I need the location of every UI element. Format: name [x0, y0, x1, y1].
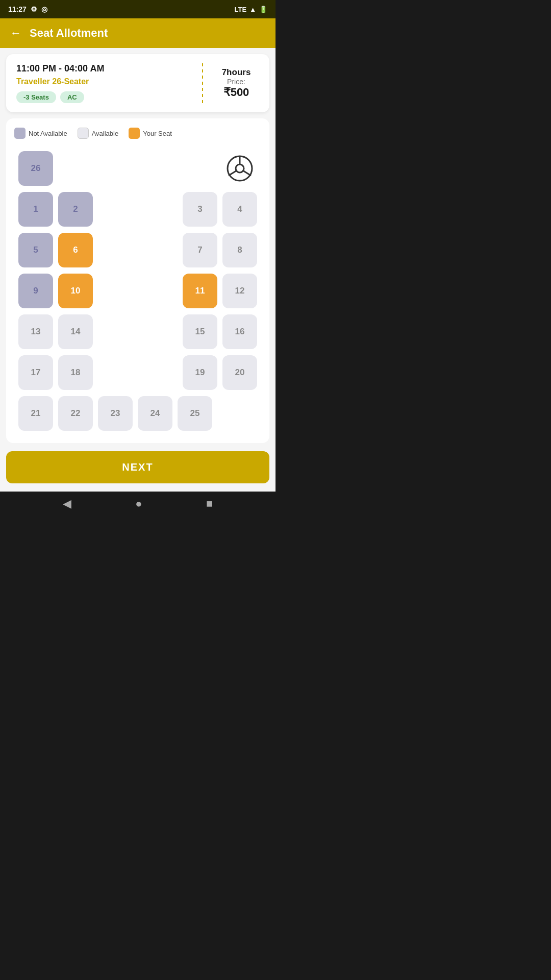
seat-7[interactable]: 7	[183, 233, 217, 267]
target-icon: ◎	[41, 5, 47, 13]
seat-19[interactable]: 19	[183, 355, 217, 390]
status-right: LTE ▲ 🔋	[235, 6, 267, 13]
seat-12[interactable]: 12	[222, 274, 257, 308]
seat-8[interactable]: 8	[222, 233, 257, 267]
price-label: Price:	[227, 78, 245, 86]
seat-24[interactable]: 24	[138, 396, 172, 431]
seat-10[interactable]: 10	[58, 274, 93, 308]
tag-seats: -3 Seats	[16, 91, 56, 103]
seat-14[interactable]: 14	[58, 314, 93, 349]
seat-21[interactable]: 21	[18, 396, 53, 431]
trip-info-left: 11:00 PM - 04:00 AM Traveller 26-Seater …	[16, 63, 192, 103]
bus-layout: 26 1 2 3 4	[14, 151, 261, 431]
trip-vehicle: Traveller 26-Seater	[16, 77, 192, 86]
trip-tags: -3 Seats AC	[16, 91, 192, 103]
legend: Not Available Available Your Seat	[14, 128, 261, 139]
trip-card: 11:00 PM - 04:00 AM Traveller 26-Seater …	[6, 54, 269, 112]
page-title: Seat Allotment	[30, 27, 108, 40]
settings-icon: ⚙	[31, 5, 37, 13]
trip-duration: 7hours	[222, 67, 251, 78]
bottom-nav: ◀ ● ■	[0, 492, 276, 516]
legend-your-seat-label: Your Seat	[143, 130, 172, 137]
seat-4[interactable]: 4	[222, 192, 257, 227]
seat-6[interactable]: 6	[58, 233, 93, 267]
seat-15[interactable]: 15	[183, 314, 217, 349]
back-button[interactable]: ←	[10, 27, 21, 40]
network-label: LTE	[235, 6, 247, 13]
seat-18[interactable]: 18	[58, 355, 93, 390]
nav-back-icon[interactable]: ◀	[63, 497, 71, 510]
seat-9[interactable]: 9	[18, 274, 53, 308]
bus-row-6: 21 22 23 24 25	[18, 396, 257, 431]
svg-line-4	[244, 171, 252, 176]
seat-22[interactable]: 22	[58, 396, 93, 431]
screen: 11:27 ⚙ ◎ LTE ▲ 🔋 ← Seat Allotment 11:00…	[0, 0, 276, 516]
legend-box-available	[78, 128, 89, 139]
nav-recent-icon[interactable]: ■	[206, 497, 213, 510]
battery-icon: 🔋	[259, 6, 267, 13]
trip-info-right: 7hours Price: ₹500	[213, 63, 259, 103]
legend-available-label: Available	[92, 130, 119, 137]
seat-section: Not Available Available Your Seat 26	[6, 118, 269, 443]
svg-point-1	[236, 164, 244, 173]
legend-box-not-available	[14, 128, 26, 139]
legend-available: Available	[78, 128, 119, 139]
time-display: 11:27	[8, 5, 27, 13]
seat-1[interactable]: 1	[18, 192, 53, 227]
legend-box-your-seat	[129, 128, 140, 139]
status-left: 11:27 ⚙ ◎	[8, 5, 47, 13]
card-divider	[202, 63, 203, 103]
bus-row-3: 9 10 11 12	[18, 274, 257, 308]
seat-5[interactable]: 5	[18, 233, 53, 267]
nav-home-icon[interactable]: ●	[135, 497, 142, 510]
signal-icon: ▲	[249, 6, 256, 13]
legend-your-seat: Your Seat	[129, 128, 172, 139]
bus-row-0: 26	[18, 151, 257, 186]
bus-row-4: 13 14 15 16	[18, 314, 257, 349]
seat-2[interactable]: 2	[58, 192, 93, 227]
seat-17[interactable]: 17	[18, 355, 53, 390]
seat-16[interactable]: 16	[222, 314, 257, 349]
legend-not-available-label: Not Available	[29, 130, 67, 137]
tag-ac: AC	[60, 91, 84, 103]
next-button[interactable]: NEXT	[6, 451, 269, 483]
seat-11[interactable]: 11	[183, 274, 217, 308]
seat-23[interactable]: 23	[98, 396, 133, 431]
legend-not-available: Not Available	[14, 128, 67, 139]
steering-wheel	[222, 151, 257, 186]
status-bar: 11:27 ⚙ ◎ LTE ▲ 🔋	[0, 0, 276, 18]
bus-row-5: 17 18 19 20	[18, 355, 257, 390]
seat-26[interactable]: 26	[18, 151, 53, 186]
header: ← Seat Allotment	[0, 18, 276, 48]
bus-row-1: 1 2 3 4	[18, 192, 257, 227]
seat-13[interactable]: 13	[18, 314, 53, 349]
seat-25[interactable]: 25	[178, 396, 212, 431]
bus-row-2: 5 6 7 8	[18, 233, 257, 267]
seat-3[interactable]: 3	[183, 192, 217, 227]
svg-line-3	[229, 171, 236, 176]
trip-time: 11:00 PM - 04:00 AM	[16, 63, 192, 74]
trip-price: ₹500	[223, 86, 249, 99]
seat-20[interactable]: 20	[222, 355, 257, 390]
